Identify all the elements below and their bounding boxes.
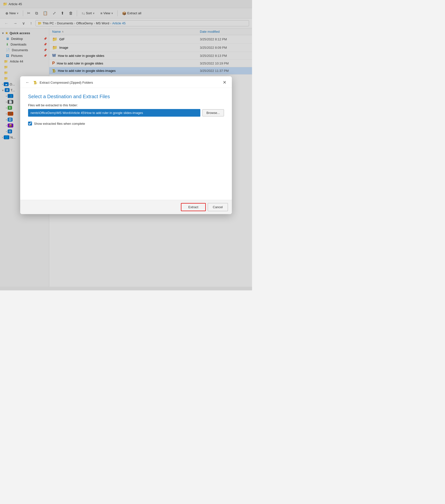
modal-heading: Select a Destination and Extract Files bbox=[28, 94, 224, 99]
modal-path-input[interactable] bbox=[28, 109, 200, 117]
modal-titlebar: ← 🗜 Extract Compressed (Zipped) Folders … bbox=[20, 76, 232, 88]
modal-back-button[interactable]: ← bbox=[24, 80, 31, 85]
modal-cancel-button[interactable]: Cancel bbox=[208, 203, 228, 211]
browse-label: Browse... bbox=[206, 111, 220, 115]
modal-browse-button[interactable]: Browse... bbox=[202, 109, 224, 116]
modal-title-text: Extract Compressed (Zipped) Folders bbox=[40, 81, 93, 84]
modal-overlay: ← 🗜 Extract Compressed (Zipped) Folders … bbox=[0, 0, 252, 290]
modal-title-icon: 🗜 bbox=[34, 80, 37, 85]
modal-checkbox-label: Show extracted files when complete bbox=[34, 122, 85, 126]
modal-checkbox-row: Show extracted files when complete bbox=[28, 122, 224, 126]
modal-extract-button[interactable]: Extract bbox=[181, 203, 205, 211]
modal-path-row: Browse... bbox=[28, 109, 224, 117]
extract-btn-label: Extract bbox=[188, 205, 198, 209]
modal-footer: Extract Cancel bbox=[20, 200, 232, 214]
extract-dialog: ← 🗜 Extract Compressed (Zipped) Folders … bbox=[20, 76, 232, 214]
modal-body: Select a Destination and Extract Files F… bbox=[20, 88, 232, 200]
modal-titlebar-left: ← 🗜 Extract Compressed (Zipped) Folders bbox=[24, 80, 93, 85]
modal-folder-label: Files will be extracted to this folder: bbox=[28, 103, 224, 107]
cancel-btn-label: Cancel bbox=[213, 205, 223, 209]
modal-show-checkbox[interactable] bbox=[28, 122, 32, 126]
modal-close-button[interactable]: ✕ bbox=[221, 79, 228, 86]
